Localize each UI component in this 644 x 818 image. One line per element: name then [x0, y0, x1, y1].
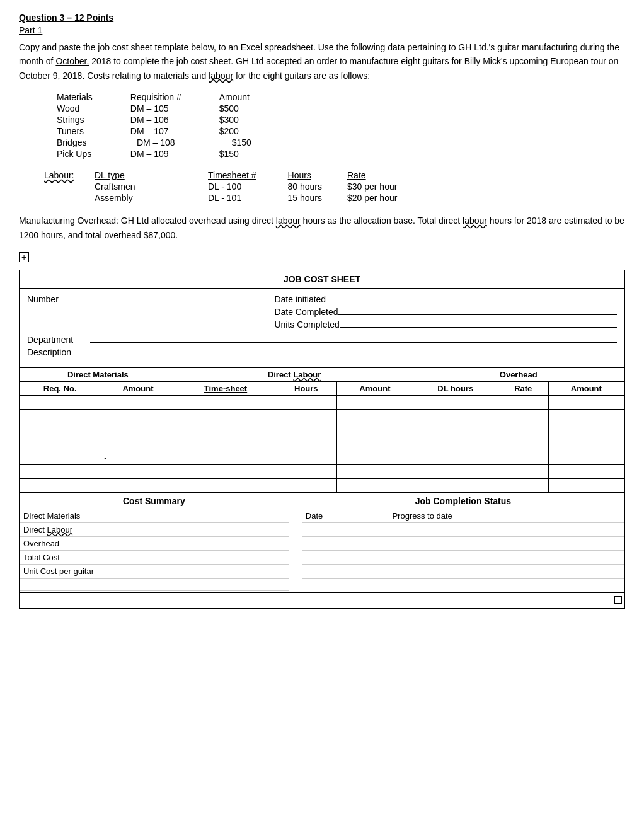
description-label: Description	[27, 347, 90, 357]
jcs-title: JOB COST SHEET	[20, 270, 624, 289]
req-no-col: Req. No.	[20, 381, 100, 395]
req-bridges: DM – 108	[105, 137, 194, 148]
date-cell	[302, 550, 389, 564]
spacer	[289, 493, 302, 592]
cell	[337, 478, 413, 492]
cell	[337, 395, 413, 409]
progress-cell	[388, 550, 624, 564]
cell	[548, 409, 624, 423]
small-square	[614, 596, 622, 604]
list-item: Date Progress to date	[302, 509, 624, 522]
materials-col-header: Materials	[57, 91, 105, 103]
cell	[176, 409, 275, 423]
job-completion-section: Job Completion Status Date Progress to d…	[302, 493, 624, 592]
progress-cell	[388, 522, 624, 536]
date-initiated-label: Date initiated	[274, 294, 337, 304]
overhead-label: Overhead	[20, 536, 238, 550]
rate-header: Rate	[341, 170, 416, 181]
rate-col: Rate	[498, 381, 548, 395]
list-item	[302, 550, 624, 564]
dm-section-header: Direct Materials	[20, 367, 176, 381]
material-bridges: Bridges	[57, 137, 105, 148]
cell	[20, 464, 100, 478]
cell	[337, 437, 413, 451]
cell	[20, 437, 100, 451]
dl-amount-col: Amount	[337, 381, 413, 395]
hours-col: Hours	[275, 381, 337, 395]
jcs-bottom: Cost Summary Direct Materials Direct Lab…	[20, 493, 624, 592]
cell	[176, 395, 275, 409]
cell	[548, 395, 624, 409]
empty-row	[20, 578, 238, 590]
date-completed-line	[338, 306, 617, 315]
labour-empty2	[44, 192, 95, 204]
req-pickups: DM – 109	[105, 148, 194, 159]
question-title: Question 3 – 12 Points	[19, 13, 625, 23]
table-row	[20, 395, 624, 409]
cell	[498, 423, 548, 437]
unit-cost-value	[238, 564, 289, 578]
oh-section-header: Overhead	[413, 367, 624, 381]
cell	[548, 423, 624, 437]
timesheet-header: Timesheet #	[170, 170, 275, 181]
cell	[413, 478, 498, 492]
dl-craftsmen: Craftsmen	[95, 181, 170, 192]
material-wood: Wood	[57, 103, 105, 114]
department-label: Department	[27, 335, 90, 345]
cell	[498, 464, 548, 478]
plus-icon[interactable]: +	[19, 252, 29, 262]
rate-craftsmen: $30 per hour	[341, 181, 416, 192]
cell	[20, 423, 100, 437]
cell	[275, 409, 337, 423]
cell	[176, 451, 275, 464]
date-col-header: Date	[302, 509, 389, 522]
timesheet-col: Time-sheet	[176, 381, 275, 395]
ts-assembly: DL - 101	[170, 192, 275, 204]
cell	[176, 437, 275, 451]
material-tuners: Tuners	[57, 125, 105, 137]
oh-amount-col: Amount	[548, 381, 624, 395]
units-completed-line	[340, 319, 617, 328]
amt-bridges: $150	[194, 137, 264, 148]
cell	[100, 409, 176, 423]
cell	[337, 451, 413, 464]
date-completed-label: Date Completed	[274, 307, 338, 317]
table-row: -	[20, 451, 624, 464]
hrs-craftsmen: 80 hours	[275, 181, 341, 192]
cell	[100, 478, 176, 492]
direct-labour-label: Direct Labour	[20, 522, 238, 536]
cell	[176, 423, 275, 437]
table-row	[20, 478, 624, 492]
list-item	[20, 578, 289, 590]
cell	[498, 395, 548, 409]
cell	[498, 409, 548, 423]
cell	[548, 437, 624, 451]
jcs-left-fields: Number	[27, 294, 255, 331]
cost-summary-header: Cost Summary	[20, 493, 289, 509]
materials-section: Materials Requisition # Amount Wood DM –…	[57, 91, 625, 159]
cell	[498, 478, 548, 492]
ts-craftsmen: DL - 100	[170, 181, 275, 192]
req-wood: DM – 105	[105, 103, 194, 114]
progress-cell	[388, 564, 624, 578]
jcs-right-fields: Date initiated Date Completed Units Comp…	[255, 294, 617, 331]
req-strings: DM – 106	[105, 114, 194, 125]
overhead-text: Manufacturing Overhead: GH Ltd allocated…	[19, 214, 625, 242]
dl-section-header: Direct Labour	[176, 367, 413, 381]
jcs-header: Number Date initiated Date Completed Uni…	[20, 289, 624, 367]
empty-value	[238, 578, 289, 590]
cell	[100, 464, 176, 478]
list-item: Total Cost	[20, 550, 289, 564]
job-cost-sheet: JOB COST SHEET Number Date initiated Dat…	[19, 270, 625, 609]
list-item	[302, 536, 624, 550]
cell	[413, 423, 498, 437]
job-completion-header: Job Completion Status	[302, 493, 624, 509]
jcs-dept-left: Department Description	[27, 334, 617, 359]
date-cell	[302, 522, 389, 536]
labour-section: Labour: DL type Timesheet # Hours Rate C…	[44, 170, 625, 204]
progress-col-header: Progress to date	[388, 509, 624, 522]
cell	[176, 478, 275, 492]
cell	[413, 395, 498, 409]
direct-materials-label: Direct Materials	[20, 509, 238, 522]
date-cell	[302, 564, 389, 578]
